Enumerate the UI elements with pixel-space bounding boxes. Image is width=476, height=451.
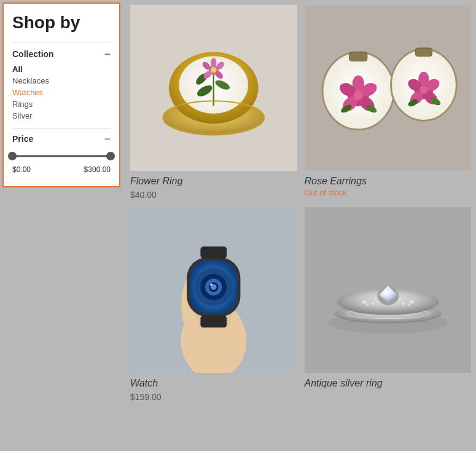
collection-section-header: Collection − (12, 49, 111, 60)
product-card-rose-earrings[interactable]: Rose Earrings Out of stock (305, 5, 472, 200)
svg-point-13 (211, 67, 217, 73)
collection-collapse-button[interactable]: − (104, 49, 111, 60)
svg-point-8 (211, 58, 217, 68)
price-labels: $0.00 $300.00 (12, 165, 111, 174)
product-image-rose-earrings[interactable] (305, 5, 472, 171)
main-content: Flower Ring $40.00 (123, 0, 476, 451)
price-collapse-button[interactable]: − (104, 133, 111, 144)
collection-item-necklaces[interactable]: Necklaces (12, 75, 111, 87)
product-image-flower-ring[interactable] (130, 5, 297, 171)
collection-item-silver[interactable]: Silver (12, 110, 111, 122)
price-label: Price (12, 134, 33, 144)
product-card-flower-ring[interactable]: Flower Ring $40.00 (130, 5, 297, 200)
collection-item-watches[interactable]: Watches (12, 87, 111, 98)
slider-thumb-min[interactable] (8, 152, 17, 160)
slider-fill (12, 155, 111, 157)
price-range-slider[interactable] (12, 151, 111, 162)
svg-rect-16 (349, 52, 367, 61)
product-out-of-stock-rose-earrings: Out of stock (305, 188, 472, 197)
product-price-watch: $159.00 (130, 390, 297, 402)
sidebar-title: Shop by (12, 12, 111, 33)
svg-point-66 (365, 304, 368, 306)
svg-point-34 (419, 85, 428, 94)
svg-rect-51 (200, 246, 227, 258)
svg-point-23 (353, 91, 363, 101)
svg-point-64 (372, 302, 375, 305)
svg-point-49 (210, 283, 213, 286)
sidebar-divider-top (12, 42, 111, 42)
svg-point-63 (410, 300, 413, 304)
product-title-silver-ring: Antique silver ring (305, 378, 472, 389)
sidebar-divider-middle (12, 128, 111, 128)
price-min-label: $0.00 (12, 165, 31, 174)
slider-thumb-max[interactable] (106, 152, 115, 160)
svg-point-62 (362, 300, 366, 304)
collection-label: Collection (12, 49, 54, 59)
collection-item-all[interactable]: All (12, 63, 111, 75)
svg-point-67 (407, 304, 410, 306)
product-title-rose-earrings: Rose Earrings (305, 176, 472, 187)
price-section-header: Price − (12, 133, 111, 144)
svg-point-65 (401, 302, 404, 305)
product-card-watch[interactable]: Watch $159.00 (130, 207, 297, 402)
product-grid: Flower Ring $40.00 (130, 5, 471, 401)
product-card-silver-ring[interactable]: Antique silver ring (305, 207, 472, 402)
collection-list: All Necklaces Watches Rings Silver (12, 63, 111, 122)
product-price-flower-ring: $40.00 (130, 188, 297, 200)
collection-item-rings[interactable]: Rings (12, 98, 111, 110)
product-title-watch: Watch (130, 378, 297, 389)
price-max-label: $300.00 (84, 165, 111, 174)
svg-rect-50 (200, 315, 227, 327)
product-image-silver-ring[interactable] (305, 207, 472, 373)
product-image-watch[interactable] (130, 207, 297, 373)
product-title-flower-ring: Flower Ring (130, 176, 297, 187)
sidebar: Shop by Collection − All Necklaces Watch… (2, 2, 120, 187)
svg-rect-27 (415, 48, 432, 57)
